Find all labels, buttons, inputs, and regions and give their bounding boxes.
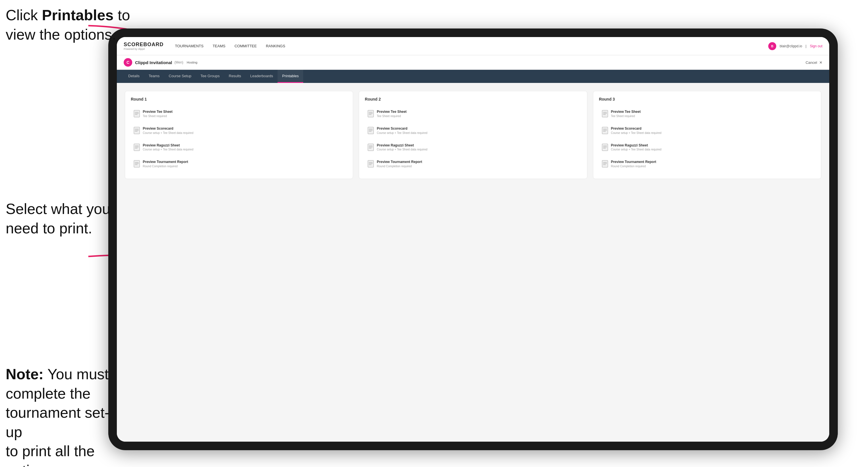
logo-sub: Powered by clippd <box>124 48 163 51</box>
print-item-title: Preview Tournament Report <box>611 160 656 164</box>
nav-teams[interactable]: TEAMS <box>213 43 225 49</box>
svg-rect-6 <box>368 110 374 117</box>
print-item-title: Preview Tournament Report <box>377 160 422 164</box>
svg-rect-4 <box>134 144 140 151</box>
document-icon <box>602 127 608 134</box>
user-avatar: B <box>768 42 776 50</box>
print-item-title: Preview Scorecard <box>611 126 661 131</box>
document-icon <box>602 110 608 117</box>
document-icon <box>368 144 374 151</box>
tablet-screen: SCOREBOARD Powered by clippd TOURNAMENTS… <box>117 37 829 442</box>
round-1-column: Round 1 Preview Tee Sheet Tee Sheet requ… <box>125 91 353 179</box>
print-item-r1-i3[interactable]: Preview Raguzzi Sheet Course setup + Tee… <box>131 139 347 155</box>
print-item-r3-i2[interactable]: Preview Scorecard Course setup + Tee She… <box>599 123 815 138</box>
tab-details[interactable]: Details <box>124 70 144 83</box>
tab-printables[interactable]: Printables <box>278 70 303 83</box>
svg-rect-13 <box>602 160 608 167</box>
user-email: blair@clippd.io <box>780 44 802 48</box>
print-item-r3-i3[interactable]: Preview Raguzzi Sheet Course setup + Tee… <box>599 139 815 155</box>
print-item-title: Preview Tee Sheet <box>377 110 407 114</box>
print-item-r2-i3[interactable]: Preview Raguzzi Sheet Course setup + Tee… <box>365 139 581 155</box>
rounds-grid: Round 1 Preview Tee Sheet Tee Sheet requ… <box>125 91 821 179</box>
print-item-r1-i4[interactable]: Preview Tournament Report Round Completi… <box>131 156 347 172</box>
print-item-text: Preview Raguzzi Sheet Course setup + Tee… <box>143 143 193 152</box>
top-nav-links: TOURNAMENTS TEAMS COMMITTEE RANKINGS <box>175 43 768 49</box>
tab-tee-groups[interactable]: Tee Groups <box>196 70 224 83</box>
tab-leaderboards[interactable]: Leaderboards <box>246 70 278 83</box>
svg-rect-10 <box>602 110 608 117</box>
print-item-r3-i1[interactable]: Preview Tee Sheet Tee Sheet required <box>599 106 815 122</box>
svg-rect-7 <box>368 127 374 134</box>
svg-rect-2 <box>134 110 140 117</box>
print-item-title: Preview Raguzzi Sheet <box>611 143 661 148</box>
print-item-r1-i1[interactable]: Preview Tee Sheet Tee Sheet required <box>131 106 347 122</box>
document-icon <box>368 110 374 117</box>
nav-separator: | <box>806 44 806 48</box>
print-item-text: Preview Raguzzi Sheet Course setup + Tee… <box>611 143 661 152</box>
print-item-text: Preview Tournament Report Round Completi… <box>143 160 188 168</box>
print-item-sub: Tee Sheet required <box>611 114 641 118</box>
print-item-text: Preview Tournament Report Round Completi… <box>377 160 422 168</box>
tournament-logo: C <box>124 58 132 67</box>
print-item-sub: Round Completion required <box>611 164 656 168</box>
document-icon <box>602 144 608 151</box>
tab-teams[interactable]: Teams <box>144 70 164 83</box>
document-icon <box>134 127 140 134</box>
tournament-name: Clippd Invitational <box>135 60 172 65</box>
print-item-r1-i2[interactable]: Preview Scorecard Course setup + Tee She… <box>131 123 347 138</box>
round-1-title: Round 1 <box>131 97 347 101</box>
document-icon <box>134 160 140 167</box>
print-item-r3-i4[interactable]: Preview Tournament Report Round Completi… <box>599 156 815 172</box>
nav-tournaments[interactable]: TOURNAMENTS <box>175 43 204 49</box>
svg-rect-3 <box>134 127 140 134</box>
tournament-type: (Men) <box>175 60 183 64</box>
print-item-title: Preview Scorecard <box>377 126 427 131</box>
print-item-text: Preview Scorecard Course setup + Tee She… <box>143 126 193 135</box>
nav-rankings[interactable]: RANKINGS <box>266 43 285 49</box>
print-item-sub: Course setup + Tee Sheet data required <box>143 131 193 135</box>
hosting-badge: Hosting <box>187 61 197 64</box>
svg-rect-9 <box>368 160 374 167</box>
document-icon <box>368 160 374 167</box>
print-item-title: Preview Raguzzi Sheet <box>377 143 427 148</box>
cancel-button[interactable]: Cancel ✕ <box>806 60 823 65</box>
svg-rect-8 <box>368 144 374 151</box>
round-3-column: Round 3 Preview Tee Sheet Tee Sheet requ… <box>593 91 821 179</box>
print-item-text: Preview Scorecard Course setup + Tee She… <box>377 126 427 135</box>
print-item-title: Preview Scorecard <box>143 126 193 131</box>
print-item-sub: Course setup + Tee Sheet data required <box>143 148 193 152</box>
tab-results[interactable]: Results <box>224 70 246 83</box>
print-item-text: Preview Tournament Report Round Completi… <box>611 160 656 168</box>
document-icon <box>368 127 374 134</box>
print-item-sub: Course setup + Tee Sheet data required <box>611 148 661 152</box>
svg-rect-11 <box>602 127 608 134</box>
document-icon <box>134 144 140 151</box>
svg-rect-5 <box>134 160 140 167</box>
print-item-sub: Course setup + Tee Sheet data required <box>377 148 427 152</box>
round-2-column: Round 2 Preview Tee Sheet Tee Sheet requ… <box>359 91 587 179</box>
sub-nav: Details Teams Course Setup Tee Groups Re… <box>117 70 829 83</box>
print-item-sub: Round Completion required <box>143 164 188 168</box>
tablet-device: SCOREBOARD Powered by clippd TOURNAMENTS… <box>108 29 838 450</box>
print-item-sub: Tee Sheet required <box>377 114 407 118</box>
nav-committee[interactable]: COMMITTEE <box>235 43 257 49</box>
sign-out-link[interactable]: Sign out <box>810 44 823 48</box>
print-item-sub: Round Completion required <box>377 164 422 168</box>
print-item-text: Preview Raguzzi Sheet Course setup + Tee… <box>377 143 427 152</box>
print-item-r2-i4[interactable]: Preview Tournament Report Round Completi… <box>365 156 581 172</box>
svg-rect-12 <box>602 144 608 151</box>
annotation-top: Click Printables toview the options. <box>6 6 130 44</box>
annotation-middle: Select what you need to print. <box>6 199 114 238</box>
top-nav-right: B blair@clippd.io | Sign out <box>768 42 823 50</box>
print-item-r2-i1[interactable]: Preview Tee Sheet Tee Sheet required <box>365 106 581 122</box>
print-item-text: Preview Tee Sheet Tee Sheet required <box>611 110 641 118</box>
print-item-title: Preview Tee Sheet <box>611 110 641 114</box>
print-item-sub: Course setup + Tee Sheet data required <box>611 131 661 135</box>
annotation-bottom: Note: You must complete the tournament s… <box>6 365 125 467</box>
print-item-sub: Course setup + Tee Sheet data required <box>377 131 427 135</box>
print-item-r2-i2[interactable]: Preview Scorecard Course setup + Tee She… <box>365 123 581 138</box>
tab-course-setup[interactable]: Course Setup <box>164 70 196 83</box>
print-item-title: Preview Raguzzi Sheet <box>143 143 193 148</box>
round-2-title: Round 2 <box>365 97 581 101</box>
print-item-sub: Tee Sheet required <box>143 114 173 118</box>
